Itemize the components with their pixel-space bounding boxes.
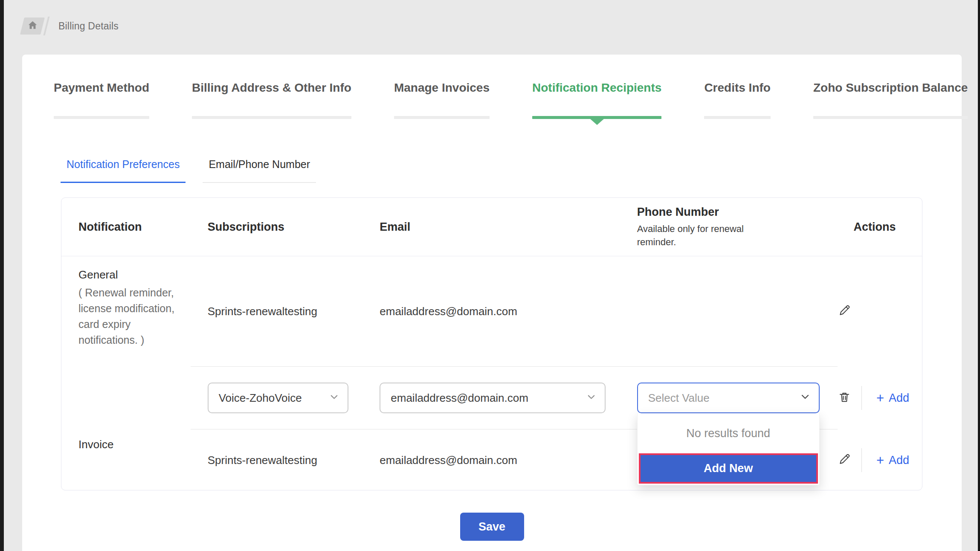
editable-actions-cell: + Add [827,367,922,429]
tab-zoho-subscription-balance[interactable]: Zoho Subscription Balance [797,81,980,119]
invoice-actions-cell: + Add [827,429,922,491]
billing-details-card: Payment Method Billing Address & Other I… [22,55,962,551]
breadcrumb: Billing Details [22,17,119,35]
add-new-button[interactable]: Add New [639,453,818,484]
save-button[interactable]: Save [460,513,524,541]
email-select[interactable]: emailaddress@domain.com [380,383,606,413]
tab-billing-address[interactable]: Billing Address & Other Info [176,81,368,119]
chevron-down-icon [329,392,339,405]
general-title: General [78,268,186,281]
tab-underline [813,116,968,119]
chevron-down-icon [800,392,810,405]
delete-row-button[interactable] [827,391,861,405]
actions-divider [861,386,862,410]
left-edge-strip [0,0,4,551]
actions-divider [861,448,862,472]
tab-underline [192,116,351,119]
tab-underline [54,116,149,119]
add-invoice-recipient-link[interactable]: + Add [876,454,909,467]
invoice-title: Invoice [78,438,186,451]
tab-manage-invoices[interactable]: Manage Invoices [378,81,506,119]
plus-icon: + [876,392,884,405]
tab-credits-info[interactable]: Credits Info [688,81,787,119]
subtab-notification-preferences[interactable]: Notification Preferences [61,158,186,183]
edit-invoice-button[interactable] [827,453,861,467]
tab-underline [704,116,771,119]
header-subscriptions: Subscriptions [191,220,363,234]
billing-tabs: Payment Method Billing Address & Other I… [38,81,962,119]
header-phone-number: Phone Number Available only for renewal … [620,206,827,249]
add-phone-link[interactable]: + Add [876,392,909,405]
invoice-notification-cell: Invoice [61,429,191,491]
general-phone-cell [620,256,827,366]
phone-select-dropdown: No results found Add New [637,413,820,485]
general-notification-cell: General ( Renewal reminder, license modi… [61,256,191,366]
notification-subtabs: Notification Preferences Email/Phone Num… [61,158,962,183]
pencil-icon [838,304,851,319]
home-button[interactable] [20,17,45,35]
notification-preferences-table: Notification Subscriptions Email Phone N… [61,197,922,490]
subscription-select[interactable]: Voice-ZohoVoice [208,383,348,413]
plus-icon: + [876,454,884,467]
tab-underline [394,116,490,119]
trash-icon [838,391,851,405]
no-results-text: No results found [638,413,819,453]
general-actions-cell [827,256,922,366]
invoice-subscription-cell: Sprints-renewaltesting [191,429,363,491]
phone-select[interactable]: Select Value [637,383,820,413]
header-notification: Notification [61,220,191,234]
pencil-icon [838,453,851,467]
editable-phone-cell: Select Value No results found Add New [620,367,827,429]
header-phone-note: Available only for renewal reminder. [637,222,757,249]
page-title: Billing Details [58,20,119,32]
invoice-email-cell: emailaddress@domain.com [362,429,620,491]
active-tab-caret-icon [590,119,604,125]
editable-email-cell: emailaddress@domain.com [362,383,620,413]
header-phone-title: Phone Number [637,206,827,219]
table-row-general: General ( Renewal reminder, license modi… [61,256,922,366]
general-subscription-cell: Sprints-renewaltesting [191,256,363,366]
table-header-row: Notification Subscriptions Email Phone N… [61,198,922,256]
edit-general-button[interactable] [827,304,861,319]
general-description: ( Renewal reminder, license modification… [78,285,180,348]
home-icon [25,20,39,32]
header-email: Email [362,220,620,234]
table-row-editable: Voice-ZohoVoice emailaddress@domain.com … [61,367,922,429]
subtab-email-phone-number[interactable]: Email/Phone Number [203,158,316,183]
tab-notification-recipients[interactable]: Notification Recipients [516,81,678,119]
chevron-down-icon [586,392,596,405]
header-actions: Actions [827,220,922,234]
tab-payment-method[interactable]: Payment Method [38,81,165,119]
general-email-cell: emailaddress@domain.com [362,256,620,366]
right-edge-strip [978,0,980,551]
editable-subscription-cell: Voice-ZohoVoice [191,383,363,413]
